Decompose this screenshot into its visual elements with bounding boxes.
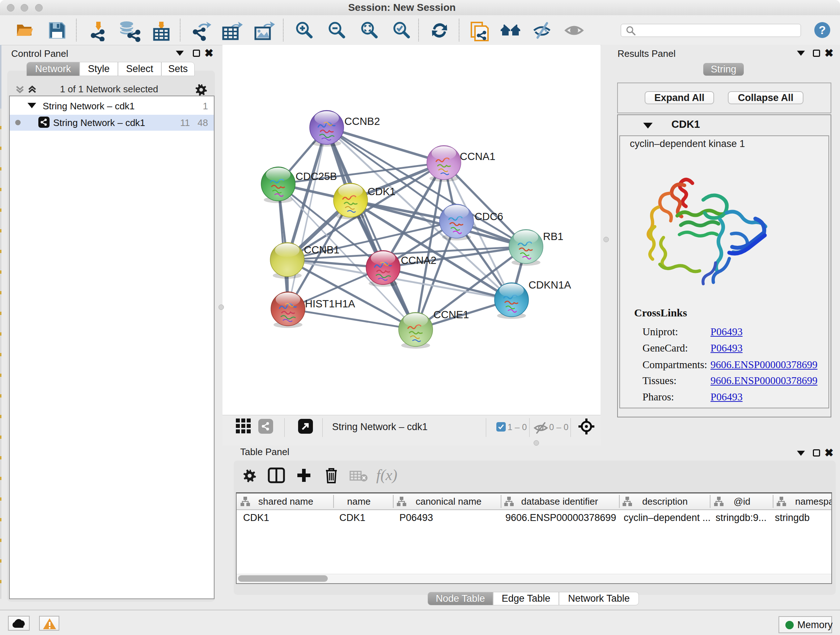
svg-text:database identifier: database identifier [521, 496, 598, 507]
svg-text:CCNB1: CCNB1 [304, 244, 339, 256]
svg-text:HIST1H1A: HIST1H1A [305, 298, 355, 310]
svg-text:CDC6: CDC6 [475, 211, 503, 222]
svg-text:CDC25B: CDC25B [295, 171, 337, 182]
svg-text:namespace: namespace [795, 496, 831, 507]
svg-text:CDK1: CDK1 [368, 186, 395, 197]
svg-text:CCNA1: CCNA1 [460, 150, 495, 162]
svg-text:shared name: shared name [258, 496, 313, 507]
svg-text:@id: @id [734, 496, 751, 507]
svg-text:CDKN1A: CDKN1A [529, 279, 571, 291]
svg-text:RB1: RB1 [543, 231, 563, 242]
svg-text:CCNE1: CCNE1 [433, 309, 469, 320]
svg-text:description: description [642, 496, 688, 507]
svg-text:CCNB2: CCNB2 [344, 116, 380, 127]
svg-text:canonical name: canonical name [416, 496, 482, 507]
svg-text:CCNA2: CCNA2 [401, 255, 436, 266]
svg-text:name: name [347, 496, 370, 507]
